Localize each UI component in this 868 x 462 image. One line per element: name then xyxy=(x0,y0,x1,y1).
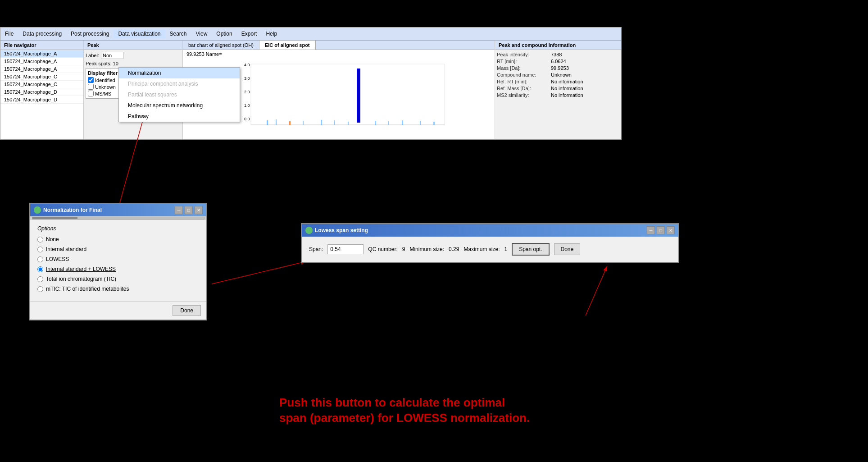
max-size-label: Maximum size: xyxy=(464,246,500,252)
ms2-value: No information xyxy=(551,92,583,98)
msms-label: MS/MS xyxy=(95,91,111,96)
menu-search[interactable]: Search xyxy=(165,29,191,38)
norm-maximize-btn[interactable]: □ xyxy=(185,206,193,214)
span-opt-button[interactable]: Span opt. xyxy=(512,243,549,256)
mass-value: 99.9253 xyxy=(551,65,569,71)
lowess-done-button[interactable]: Done xyxy=(554,243,581,255)
info-mass: Mass [Da]: 99.9253 xyxy=(497,65,619,71)
compound-name-label: Compound name: xyxy=(497,72,551,78)
menu-view[interactable]: View xyxy=(191,29,212,38)
dropdown-pls: Partial least squares xyxy=(119,89,240,100)
dropdown-normalization[interactable]: Normalization xyxy=(119,68,240,78)
lowess-dialog-title-label: Lowess span setting xyxy=(315,227,368,233)
menu-data-visualization[interactable]: Data visualization xyxy=(114,29,165,38)
menu-export[interactable]: Export xyxy=(237,29,262,38)
unknown-checkbox[interactable] xyxy=(88,84,94,90)
dropdown-pathway[interactable]: Pathway xyxy=(119,111,240,122)
norm-minimize-btn[interactable]: ─ xyxy=(175,206,183,214)
svg-rect-20 xyxy=(433,122,435,125)
msms-checkbox[interactable] xyxy=(88,91,94,96)
span-input[interactable] xyxy=(327,244,364,254)
lowess-dialog: Lowess span setting ─ □ ✕ Span: QC numbe… xyxy=(301,223,679,263)
svg-rect-6 xyxy=(251,64,445,125)
svg-rect-15 xyxy=(348,122,349,125)
norm-label-lowess: LOWESS xyxy=(46,256,69,262)
lowess-minimize-btn[interactable]: ─ xyxy=(647,226,655,234)
norm-dialog-title-text: Normalization for Final xyxy=(34,206,102,214)
menu-help[interactable]: Help xyxy=(261,29,282,38)
info-compound-name: Compound name: Unknown xyxy=(497,72,619,78)
peak-header: Peak xyxy=(84,41,182,50)
lowess-dialog-body: Span: QC number: 9 Minimum size: 0.29 Ma… xyxy=(302,237,678,262)
norm-radio-internal-lowess[interactable] xyxy=(37,266,43,272)
compound-name-value: Unknown xyxy=(551,72,572,78)
label-text: Label: xyxy=(86,53,99,58)
svg-text:0.0: 0.0 xyxy=(244,117,250,121)
norm-dialog-title-bar: Normalization for Final ─ □ ✕ xyxy=(30,204,206,216)
svg-text:1.0: 1.0 xyxy=(244,103,250,108)
tab-eic[interactable]: EIC of aligned spot xyxy=(259,41,316,50)
peak-intensity-value: 7388 xyxy=(551,52,562,57)
norm-option-none[interactable]: None xyxy=(37,236,199,242)
svg-text:4.0: 4.0 xyxy=(244,63,250,67)
unknown-label: Unknown xyxy=(95,84,116,90)
lowess-dialog-controls: ─ □ ✕ xyxy=(647,226,675,234)
svg-rect-9 xyxy=(267,120,268,125)
svg-text:2.0: 2.0 xyxy=(244,90,250,94)
main-content: File navigator 150724_Macrophage_A 15072… xyxy=(0,41,621,139)
info-header: Peak and compound information xyxy=(495,41,621,50)
norm-close-btn[interactable]: ✕ xyxy=(195,206,203,214)
norm-done-button[interactable]: Done xyxy=(173,305,201,316)
norm-dialog-icon xyxy=(34,206,41,214)
svg-rect-17 xyxy=(388,121,389,125)
norm-options-label: Options xyxy=(37,225,199,232)
norm-option-internal-lowess[interactable]: Internal standard + LOWESS xyxy=(37,266,199,272)
norm-option-tic[interactable]: Total ion chromatogram (TIC) xyxy=(37,276,199,282)
menu-file[interactable]: File xyxy=(0,29,18,38)
file-item[interactable]: 150724_Macrophage_A xyxy=(0,65,83,73)
menu-data-processing[interactable]: Data processing xyxy=(18,29,66,38)
span-label: Span: xyxy=(309,246,323,252)
file-item[interactable]: 150724_Macrophage_A xyxy=(0,58,83,65)
svg-text:3.0: 3.0 xyxy=(244,76,250,81)
norm-dialog-controls: ─ □ ✕ xyxy=(175,206,203,214)
norm-radio-mtic[interactable] xyxy=(37,286,43,292)
norm-option-mtic[interactable]: mTIC: TIC of identified metabolites xyxy=(37,286,199,292)
norm-radio-internal[interactable] xyxy=(37,247,43,252)
min-size-label: Minimum size: xyxy=(409,246,444,252)
lowess-close-btn[interactable]: ✕ xyxy=(667,226,675,234)
identified-label: Identified xyxy=(95,78,115,83)
norm-scrollbar-track[interactable] xyxy=(32,217,205,220)
norm-option-lowess[interactable]: LOWESS xyxy=(37,256,199,262)
ref-mass-value: No information xyxy=(551,86,583,91)
dropdown-msn[interactable]: Molecular spectrum networking xyxy=(119,100,240,111)
data-visualization-dropdown: Normalization Principal component analys… xyxy=(118,67,240,122)
svg-rect-16 xyxy=(375,121,376,125)
info-ref-rt: Ref. RT [min]: No information xyxy=(497,79,619,84)
norm-radio-none[interactable] xyxy=(37,237,43,242)
peak-spots-row: Peak spots: 10 xyxy=(86,61,181,66)
right-panel: Peak and compound information Peak inten… xyxy=(495,41,621,139)
norm-dialog-footer: Done xyxy=(30,301,206,320)
file-item[interactable]: 150724_Macrophage_C xyxy=(0,73,83,81)
lowess-dialog-icon xyxy=(305,227,313,234)
norm-radio-tic[interactable] xyxy=(37,276,43,282)
norm-label-mtic: mTIC: TIC of identified metabolites xyxy=(46,286,129,292)
file-item[interactable]: 150724_Macrophage_A xyxy=(0,50,83,58)
file-item[interactable]: 150724_Macrophage_D xyxy=(0,96,83,104)
svg-rect-12 xyxy=(303,121,304,125)
file-item[interactable]: 150724_Macrophage_C xyxy=(0,81,83,88)
menu-option[interactable]: Option xyxy=(212,29,236,38)
tab-bar-chart[interactable]: bar chart of aligned spot (OH) xyxy=(183,41,259,50)
label-input[interactable] xyxy=(101,52,123,59)
menu-post-processing[interactable]: Post processing xyxy=(66,29,114,38)
svg-rect-13 xyxy=(321,120,322,125)
identified-checkbox[interactable] xyxy=(88,77,94,83)
norm-option-internal[interactable]: Internal standard xyxy=(37,246,199,252)
file-item[interactable]: 150724_Macrophage_D xyxy=(0,88,83,96)
norm-scrollbar-thumb xyxy=(32,217,77,219)
main-app-window: File Data processing Post processing Dat… xyxy=(0,27,622,140)
mass-label: Mass [Da]: xyxy=(497,65,551,71)
lowess-maximize-btn[interactable]: □ xyxy=(657,226,665,234)
norm-radio-lowess[interactable] xyxy=(37,256,43,262)
